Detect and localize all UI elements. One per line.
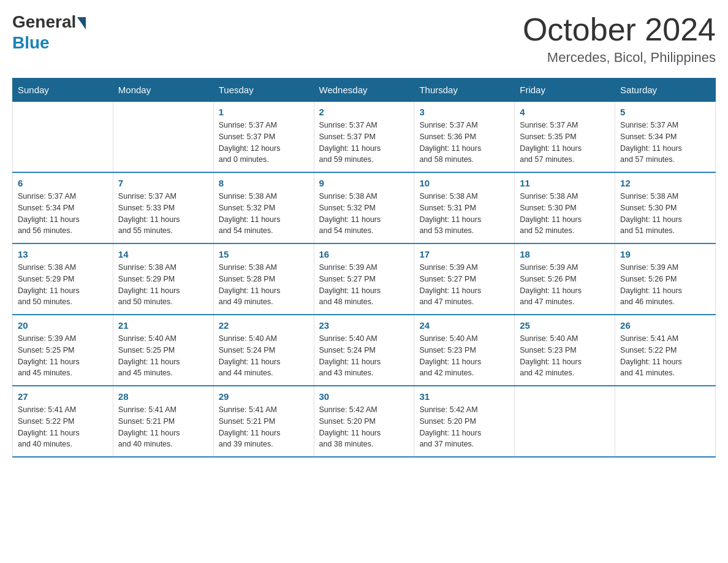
calendar-cell: 19Sunrise: 5:39 AM Sunset: 5:26 PM Dayli… (615, 243, 716, 315)
calendar-row: 27Sunrise: 5:41 AM Sunset: 5:22 PM Dayli… (13, 386, 716, 457)
day-info: Sunrise: 5:37 AM Sunset: 5:35 PM Dayligh… (520, 120, 610, 166)
calendar-cell (13, 102, 113, 173)
calendar-row: 20Sunrise: 5:39 AM Sunset: 5:25 PM Dayli… (13, 315, 716, 386)
day-info: Sunrise: 5:37 AM Sunset: 5:34 PM Dayligh… (620, 120, 710, 166)
calendar-cell: 1Sunrise: 5:37 AM Sunset: 5:37 PM Daylig… (213, 102, 314, 173)
page-header: General Blue October 2024 Mercedes, Bico… (12, 12, 716, 66)
day-number: 25 (520, 320, 610, 331)
day-number: 1 (219, 107, 309, 117)
calendar-cell: 5Sunrise: 5:37 AM Sunset: 5:34 PM Daylig… (615, 102, 716, 173)
day-number: 18 (520, 249, 610, 259)
day-number: 29 (219, 391, 309, 402)
col-saturday: Saturday (615, 79, 716, 102)
day-info: Sunrise: 5:37 AM Sunset: 5:37 PM Dayligh… (219, 120, 309, 166)
logo-blue-text: Blue (12, 33, 50, 52)
col-thursday: Thursday (414, 79, 515, 102)
day-number: 20 (18, 320, 108, 331)
day-info: Sunrise: 5:39 AM Sunset: 5:25 PM Dayligh… (18, 333, 108, 379)
day-info: Sunrise: 5:41 AM Sunset: 5:21 PM Dayligh… (219, 404, 309, 450)
logo-general-text: General (12, 12, 76, 32)
calendar-cell: 29Sunrise: 5:41 AM Sunset: 5:21 PM Dayli… (213, 386, 314, 457)
location-subtitle: Mercedes, Bicol, Philippines (523, 50, 716, 66)
calendar-table: Sunday Monday Tuesday Wednesday Thursday… (12, 78, 716, 458)
day-info: Sunrise: 5:37 AM Sunset: 5:33 PM Dayligh… (118, 191, 208, 237)
calendar-cell: 11Sunrise: 5:38 AM Sunset: 5:30 PM Dayli… (515, 172, 615, 243)
calendar-row: 13Sunrise: 5:38 AM Sunset: 5:29 PM Dayli… (13, 243, 716, 315)
day-info: Sunrise: 5:40 AM Sunset: 5:24 PM Dayligh… (319, 333, 409, 379)
calendar-row: 6Sunrise: 5:37 AM Sunset: 5:34 PM Daylig… (13, 172, 716, 243)
day-number: 5 (620, 107, 710, 117)
day-number: 19 (620, 249, 710, 259)
col-friday: Friday (515, 79, 615, 102)
calendar-cell: 18Sunrise: 5:39 AM Sunset: 5:26 PM Dayli… (515, 243, 615, 315)
calendar-cell: 21Sunrise: 5:40 AM Sunset: 5:25 PM Dayli… (113, 315, 213, 386)
calendar-cell: 4Sunrise: 5:37 AM Sunset: 5:35 PM Daylig… (515, 102, 615, 173)
day-info: Sunrise: 5:41 AM Sunset: 5:22 PM Dayligh… (620, 333, 710, 379)
day-number: 12 (620, 178, 710, 188)
calendar-cell (615, 386, 716, 457)
day-info: Sunrise: 5:42 AM Sunset: 5:20 PM Dayligh… (419, 404, 509, 450)
day-number: 13 (18, 249, 108, 259)
calendar-cell: 12Sunrise: 5:38 AM Sunset: 5:30 PM Dayli… (615, 172, 716, 243)
day-number: 14 (118, 249, 208, 259)
day-info: Sunrise: 5:38 AM Sunset: 5:32 PM Dayligh… (219, 191, 309, 237)
day-info: Sunrise: 5:38 AM Sunset: 5:30 PM Dayligh… (620, 191, 710, 237)
col-monday: Monday (113, 79, 213, 102)
calendar-cell: 31Sunrise: 5:42 AM Sunset: 5:20 PM Dayli… (414, 386, 515, 457)
day-number: 4 (520, 107, 610, 117)
calendar-cell: 3Sunrise: 5:37 AM Sunset: 5:36 PM Daylig… (414, 102, 515, 173)
calendar-cell: 26Sunrise: 5:41 AM Sunset: 5:22 PM Dayli… (615, 315, 716, 386)
day-number: 24 (419, 320, 509, 331)
day-number: 10 (419, 178, 509, 188)
logo-arrow-icon (77, 17, 86, 29)
calendar-cell: 7Sunrise: 5:37 AM Sunset: 5:33 PM Daylig… (113, 172, 213, 243)
calendar-cell: 6Sunrise: 5:37 AM Sunset: 5:34 PM Daylig… (13, 172, 113, 243)
calendar-cell: 9Sunrise: 5:38 AM Sunset: 5:32 PM Daylig… (314, 172, 414, 243)
day-number: 28 (118, 391, 208, 402)
calendar-cell: 10Sunrise: 5:38 AM Sunset: 5:31 PM Dayli… (414, 172, 515, 243)
day-number: 27 (18, 391, 108, 402)
day-number: 9 (319, 178, 409, 188)
day-number: 23 (319, 320, 409, 331)
calendar-cell: 17Sunrise: 5:39 AM Sunset: 5:27 PM Dayli… (414, 243, 515, 315)
day-info: Sunrise: 5:38 AM Sunset: 5:29 PM Dayligh… (118, 262, 208, 308)
day-number: 3 (419, 107, 509, 117)
day-info: Sunrise: 5:40 AM Sunset: 5:25 PM Dayligh… (118, 333, 208, 379)
day-number: 21 (118, 320, 208, 331)
logo: General (12, 12, 87, 32)
calendar-cell: 2Sunrise: 5:37 AM Sunset: 5:37 PM Daylig… (314, 102, 414, 173)
day-number: 6 (18, 178, 108, 188)
logo-area: General Blue (12, 12, 87, 53)
day-number: 30 (319, 391, 409, 402)
calendar-cell: 27Sunrise: 5:41 AM Sunset: 5:22 PM Dayli… (13, 386, 113, 457)
calendar-header: Sunday Monday Tuesday Wednesday Thursday… (13, 79, 716, 102)
day-info: Sunrise: 5:41 AM Sunset: 5:22 PM Dayligh… (18, 404, 108, 450)
day-info: Sunrise: 5:38 AM Sunset: 5:32 PM Dayligh… (319, 191, 409, 237)
month-title: October 2024 (523, 12, 716, 47)
calendar-cell: 22Sunrise: 5:40 AM Sunset: 5:24 PM Dayli… (213, 315, 314, 386)
day-number: 17 (419, 249, 509, 259)
day-number: 2 (319, 107, 409, 117)
calendar-cell: 15Sunrise: 5:38 AM Sunset: 5:28 PM Dayli… (213, 243, 314, 315)
day-info: Sunrise: 5:37 AM Sunset: 5:36 PM Dayligh… (419, 120, 509, 166)
day-info: Sunrise: 5:41 AM Sunset: 5:21 PM Dayligh… (118, 404, 208, 450)
calendar-cell: 25Sunrise: 5:40 AM Sunset: 5:23 PM Dayli… (515, 315, 615, 386)
day-info: Sunrise: 5:37 AM Sunset: 5:34 PM Dayligh… (18, 191, 108, 237)
day-info: Sunrise: 5:39 AM Sunset: 5:27 PM Dayligh… (419, 262, 509, 308)
day-info: Sunrise: 5:37 AM Sunset: 5:37 PM Dayligh… (319, 120, 409, 166)
day-info: Sunrise: 5:42 AM Sunset: 5:20 PM Dayligh… (319, 404, 409, 450)
day-number: 11 (520, 178, 610, 188)
col-tuesday: Tuesday (213, 79, 314, 102)
day-info: Sunrise: 5:38 AM Sunset: 5:31 PM Dayligh… (419, 191, 509, 237)
day-info: Sunrise: 5:38 AM Sunset: 5:30 PM Dayligh… (520, 191, 610, 237)
day-number: 16 (319, 249, 409, 259)
col-wednesday: Wednesday (314, 79, 414, 102)
calendar-cell: 20Sunrise: 5:39 AM Sunset: 5:25 PM Dayli… (13, 315, 113, 386)
day-info: Sunrise: 5:40 AM Sunset: 5:24 PM Dayligh… (219, 333, 309, 379)
day-info: Sunrise: 5:39 AM Sunset: 5:27 PM Dayligh… (319, 262, 409, 308)
calendar-cell: 28Sunrise: 5:41 AM Sunset: 5:21 PM Dayli… (113, 386, 213, 457)
calendar-cell: 23Sunrise: 5:40 AM Sunset: 5:24 PM Dayli… (314, 315, 414, 386)
calendar-cell: 16Sunrise: 5:39 AM Sunset: 5:27 PM Dayli… (314, 243, 414, 315)
calendar-cell: 24Sunrise: 5:40 AM Sunset: 5:23 PM Dayli… (414, 315, 515, 386)
calendar-cell: 14Sunrise: 5:38 AM Sunset: 5:29 PM Dayli… (113, 243, 213, 315)
